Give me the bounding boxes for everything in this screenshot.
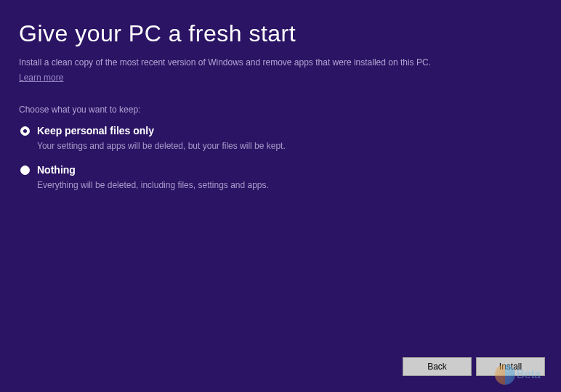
option-keep-files: Keep personal files only Your settings a…: [19, 125, 542, 151]
page-subtitle: Install a clean copy of the most recent …: [19, 57, 542, 68]
radio-description: Your settings and apps will be deleted, …: [20, 141, 542, 151]
back-button[interactable]: Back: [403, 357, 472, 376]
main-content: Give your PC a fresh start Install a cle…: [0, 0, 561, 190]
learn-more-link[interactable]: Learn more: [19, 73, 63, 83]
radio-nothing[interactable]: Nothing: [20, 164, 542, 176]
radio-label: Nothing: [37, 164, 76, 176]
radio-keep-files[interactable]: Keep personal files only: [20, 125, 542, 136]
radio-icon: [20, 166, 30, 175]
install-button[interactable]: Install: [476, 357, 545, 376]
choose-prompt: Choose what you want to keep:: [19, 105, 542, 115]
option-nothing: Nothing Everything will be deleted, incl…: [19, 164, 542, 190]
page-title: Give your PC a fresh start: [19, 20, 542, 47]
radio-label: Keep personal files only: [37, 125, 154, 136]
button-bar: Back Install: [403, 357, 545, 376]
radio-description: Everything will be deleted, including fi…: [20, 180, 542, 190]
radio-icon: [20, 126, 30, 136]
